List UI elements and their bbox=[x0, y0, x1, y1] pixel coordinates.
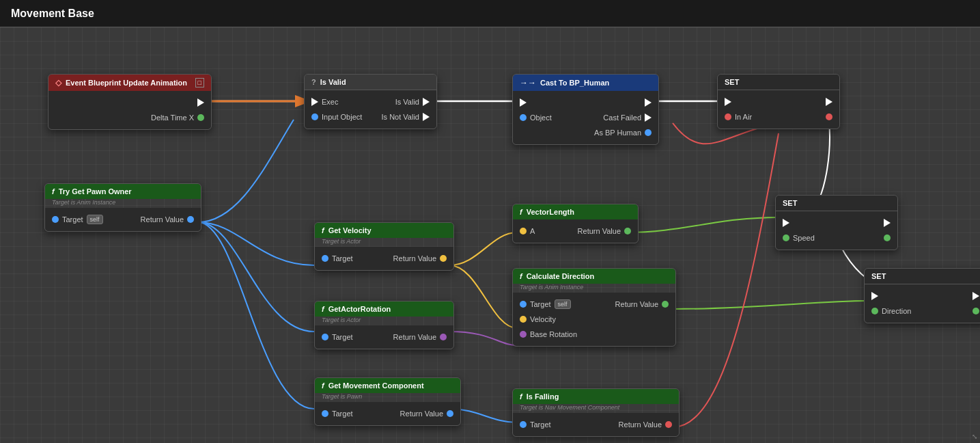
set-speed-node: SET Speed bbox=[775, 195, 898, 250]
try-get-pawn-subtitle: Target is Anim Instance bbox=[45, 199, 201, 208]
page-title: Movement Base bbox=[11, 8, 94, 20]
vector-length-body: A Return Value bbox=[513, 219, 638, 243]
set-in-air-node: SET In Air bbox=[717, 74, 840, 129]
exec-in bbox=[311, 98, 318, 106]
event-blueprint-title: Event Blueprint Update Animation bbox=[66, 79, 187, 87]
is-valid-out bbox=[423, 98, 430, 106]
cast-failed-out bbox=[645, 113, 652, 122]
cast-exec-out bbox=[645, 98, 652, 107]
cast-bp-human-node: →→ Cast To BP_Human Object Cast Failed A… bbox=[512, 74, 659, 145]
event-exec-row bbox=[48, 95, 211, 110]
try-get-pawn-title: Try Get Pawn Owner bbox=[59, 187, 132, 196]
set-in-air-body: In Air bbox=[718, 90, 839, 129]
get-actor-rotation-subtitle: Target is Actor bbox=[315, 317, 453, 325]
set-speed-header: SET bbox=[776, 196, 897, 211]
get-actor-rotation-header: f GetActorRotation bbox=[315, 301, 453, 317]
get-velocity-body: Target Return Value bbox=[315, 247, 453, 270]
canvas: ◇ Event Blueprint Update Animation □ Del… bbox=[0, 27, 980, 443]
is-valid-header: ? Is Valid bbox=[305, 75, 436, 90]
try-get-pawn-body: Targetself Return Value bbox=[45, 208, 201, 231]
delta-time-pin bbox=[197, 114, 204, 121]
resize-icon[interactable]: ⤡ bbox=[972, 433, 977, 440]
cast-body: Object Cast Failed As BP Human bbox=[513, 91, 658, 144]
get-movement-component-node: f Get Movement Component Target is Pawn … bbox=[314, 377, 461, 426]
is-falling-return bbox=[665, 421, 672, 428]
is-falling-title: Is Falling bbox=[527, 392, 559, 401]
set-direction-node: SET Direction bbox=[864, 268, 980, 323]
is-falling-body: Target Return Value bbox=[513, 413, 679, 436]
get-actor-rotation-return bbox=[440, 334, 447, 340]
is-falling-subtitle: Target is Nav Movement Component bbox=[513, 404, 679, 413]
calc-dir-header: f Calculate Direction bbox=[513, 269, 675, 284]
calc-dir-subtitle: Target is Anim Instance bbox=[513, 284, 675, 293]
vector-length-title: VectorLength bbox=[527, 208, 574, 216]
cast-title: Cast To BP_Human bbox=[540, 79, 609, 87]
get-actor-rotation-title: GetActorRotation bbox=[328, 305, 391, 313]
is-not-valid-out bbox=[423, 113, 430, 121]
get-velocity-subtitle: Target is Actor bbox=[315, 238, 453, 247]
try-get-pawn-return bbox=[187, 216, 194, 223]
input-obj-pin bbox=[311, 113, 318, 120]
event-blueprint-node: ◇ Event Blueprint Update Animation □ Del… bbox=[48, 74, 212, 130]
get-actor-rotation-node: f GetActorRotation Target is Actor Targe… bbox=[314, 301, 454, 349]
get-movement-return bbox=[447, 410, 453, 417]
get-velocity-title: Get Velocity bbox=[328, 226, 372, 234]
vector-length-return bbox=[624, 228, 631, 234]
is-valid-node: ? Is Valid Exec Is Valid Input Object Is… bbox=[304, 74, 437, 129]
try-get-pawn-header: f Try Get Pawn Owner bbox=[45, 184, 201, 199]
set-in-air-title: SET bbox=[725, 78, 739, 86]
title-bar: Movement Base bbox=[0, 0, 980, 27]
set-direction-header: SET bbox=[865, 269, 980, 284]
vector-length-node: f VectorLength A Return Value bbox=[512, 204, 639, 243]
calc-dir-body: Targetself Return Value Velocity Base Ro… bbox=[513, 293, 675, 346]
calc-dir-return bbox=[662, 301, 669, 308]
is-valid-body: Exec Is Valid Input Object Is Not Valid bbox=[305, 90, 436, 129]
vector-length-header: f VectorLength bbox=[513, 204, 638, 219]
set-direction-title: SET bbox=[871, 272, 886, 280]
get-movement-header: f Get Movement Component bbox=[315, 378, 460, 393]
is-falling-header: f Is Falling bbox=[513, 389, 679, 404]
try-get-pawn-node: f Try Get Pawn Owner Target is Anim Inst… bbox=[44, 183, 201, 232]
get-velocity-node: f Get Velocity Target is Actor Target Re… bbox=[314, 222, 454, 271]
get-velocity-return bbox=[440, 255, 447, 262]
get-velocity-header: f Get Velocity bbox=[315, 223, 453, 238]
event-blueprint-body: Delta Time X bbox=[48, 91, 211, 129]
cast-exec-in bbox=[520, 98, 527, 107]
get-actor-rotation-body: Target Return Value bbox=[315, 325, 453, 349]
calc-dir-title: Calculate Direction bbox=[527, 272, 595, 280]
is-valid-title: Is Valid bbox=[320, 78, 346, 86]
event-blueprint-header: ◇ Event Blueprint Update Animation □ bbox=[48, 75, 211, 91]
set-in-air-header: SET bbox=[718, 75, 839, 90]
cast-header: →→ Cast To BP_Human bbox=[513, 75, 658, 91]
set-speed-title: SET bbox=[783, 199, 797, 207]
exec-out-pin bbox=[197, 98, 204, 107]
get-movement-body: Target Return Value bbox=[315, 402, 460, 425]
delta-time-row: Delta Time X bbox=[48, 110, 211, 125]
as-bp-human-pin bbox=[645, 129, 652, 136]
calculate-direction-node: f Calculate Direction Target is Anim Ins… bbox=[512, 268, 676, 347]
set-speed-body: Speed bbox=[776, 211, 897, 250]
get-movement-subtitle: Target is Pawn bbox=[315, 393, 460, 402]
get-movement-title: Get Movement Component bbox=[328, 381, 424, 390]
is-falling-node: f Is Falling Target is Nav Movement Comp… bbox=[512, 388, 680, 437]
set-direction-body: Direction bbox=[865, 284, 980, 323]
